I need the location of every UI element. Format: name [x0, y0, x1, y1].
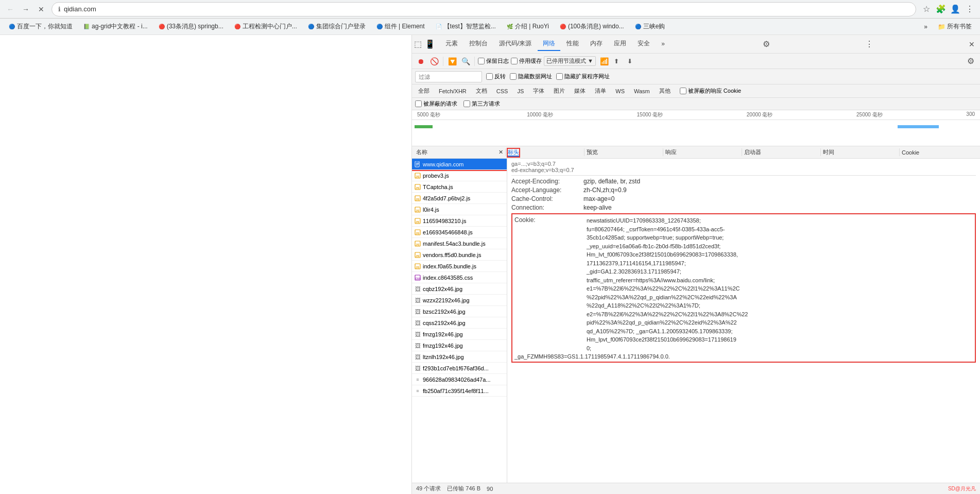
col-header-time[interactable]: 时间	[821, 148, 900, 156]
type-media[interactable]: 媒体	[570, 86, 590, 96]
tab-console[interactable]: 控制台	[464, 37, 493, 51]
preserve-log-checkbox[interactable]: 保留日志	[478, 57, 509, 65]
download-button[interactable]: ⬇	[624, 56, 635, 67]
filter-button[interactable]: 🔽	[446, 56, 458, 67]
network-row-f293[interactable]: 🖼 f293b1cd7eb1f676af36d...	[412, 363, 507, 374]
type-css[interactable]: CSS	[492, 87, 512, 95]
address-bar[interactable]: ℹ qidian.com	[51, 2, 916, 16]
blocked-request-checkbox[interactable]: 被屏蔽的请求	[415, 100, 457, 108]
reload-button[interactable]: ✕	[35, 3, 47, 15]
network-row-cqss[interactable]: 🖼 cqss2192x46.jpg	[412, 317, 507, 329]
forward-button[interactable]: →	[20, 3, 32, 15]
type-font[interactable]: 字体	[529, 86, 548, 96]
network-settings-icon[interactable]: ⚙	[965, 55, 977, 67]
bookmark-item-element[interactable]: 🔵 组件 | Element	[372, 21, 429, 32]
invert-checkbox[interactable]: 反转	[486, 73, 506, 80]
bookmark-icon-spring: 🔴	[158, 23, 165, 30]
network-row-vendors[interactable]: JS vendors.ff5d0.bundle.js	[412, 249, 507, 261]
third-party-checkbox[interactable]: 第三方请求	[463, 100, 500, 108]
tab-elements[interactable]: 元素	[440, 37, 463, 51]
network-row-manifest[interactable]: JS manifest.54ac3.bundle.js	[412, 238, 507, 249]
blocked-cookie-checkbox[interactable]: 被屏蔽的响应 Cookie	[680, 87, 741, 95]
network-row-tcaptcha[interactable]: JS TCaptcha.js	[412, 181, 507, 193]
col-header-cookie[interactable]: Cookie	[900, 149, 978, 156]
svg-rect-1	[416, 163, 419, 163]
tab-network[interactable]: 网络	[538, 37, 560, 51]
network-row-fmzg2[interactable]: 🖼 fmzg192x46.jpg	[412, 340, 507, 351]
devtools-close-icon[interactable]: ✕	[966, 38, 978, 50]
throttle-select[interactable]: 已停用节流模式 ▼	[544, 56, 596, 66]
network-row-l0ir4[interactable]: JS l0ir4.js	[412, 204, 507, 215]
network-row-116594[interactable]: JS 116594983210.js	[412, 215, 507, 227]
type-js[interactable]: JS	[513, 87, 528, 95]
bookmark-item-spring[interactable]: 🔴 (33条消息) springb...	[154, 21, 228, 32]
bookmark-item-engineering[interactable]: 🔴 工程检测中心门户...	[230, 21, 301, 32]
bookmark-button[interactable]: ☆	[920, 3, 933, 15]
network-row-wzzx[interactable]: 🖼 wzzx22192x46.jpg	[412, 295, 507, 306]
profile-button[interactable]: 👤	[949, 3, 961, 15]
bookmark-icon-ruoyi: 🌿	[506, 23, 513, 30]
network-row-bzsc[interactable]: 🖼 bzsc2192x46.jpg	[412, 306, 507, 317]
bookmark-item-aggrid[interactable]: 📗 ag-grid中文教程 - i...	[79, 21, 152, 32]
network-row-qidian[interactable]: www.qidian.com	[412, 159, 507, 170]
devtools-more-icon[interactable]: ⋮	[863, 38, 875, 50]
bookmark-item-windows[interactable]: 🔴 (100条消息) windo...	[555, 21, 628, 32]
type-doc[interactable]: 文档	[472, 86, 491, 96]
hide-data-checkbox[interactable]: 隐藏数据网址	[510, 73, 552, 80]
network-row-cqbz[interactable]: 🖼 cqbz192x46.jpg	[412, 283, 507, 295]
bookmark-item-ruoyi[interactable]: 🌿 介绍 | RuoYi	[502, 21, 553, 32]
tab-memory[interactable]: 内存	[585, 37, 608, 51]
network-row-e1669[interactable]: JS e1669345466848.js	[412, 227, 507, 238]
tab-sources[interactable]: 源代码/来源	[494, 37, 537, 51]
name-col-close[interactable]: ✕	[498, 149, 503, 156]
bookmark-item-baidu[interactable]: 🔵 百度一下，你就知道	[4, 21, 77, 32]
doc-icon	[414, 161, 421, 168]
network-row-index-js[interactable]: JS index.f0a65.bundle.js	[412, 261, 507, 272]
upload-button[interactable]: ⬆	[611, 56, 622, 67]
col-header-initiator[interactable]: 启动器	[742, 148, 821, 156]
bookmark-item-test[interactable]: 📄 【test】智慧监检...	[431, 21, 500, 32]
wifi-icon[interactable]: 📶	[600, 57, 609, 65]
disable-cache-checkbox[interactable]: 停用缓存	[511, 57, 542, 65]
type-other[interactable]: 其他	[655, 86, 675, 96]
all-bookmarks-button[interactable]: 📁 所有书签	[934, 21, 976, 32]
tab-performance[interactable]: 性能	[561, 37, 584, 51]
col-header-headers[interactable]: 标头	[506, 148, 584, 156]
network-row-ltznlh[interactable]: 🖼 ltznlh192x46.jpg	[412, 351, 507, 363]
devtools-icon-inspect[interactable]: ⬚	[414, 39, 422, 49]
devtools-icon-device[interactable]: 📱	[425, 39, 435, 49]
filter-input[interactable]	[415, 71, 482, 82]
col-header-response[interactable]: 响应	[663, 148, 742, 156]
col-header-preview[interactable]: 预览	[584, 148, 663, 156]
bookmark-more-button[interactable]: »	[920, 22, 932, 31]
timeline-area[interactable]: 5000 毫秒 10000 毫秒 15000 毫秒 20000 毫秒 25000…	[412, 110, 980, 146]
type-ws[interactable]: WS	[611, 87, 629, 95]
type-fetch[interactable]: Fetch/XHR	[435, 87, 471, 95]
hide-extension-checkbox[interactable]: 隐藏扩展程序网址	[556, 73, 610, 80]
type-img[interactable]: 图片	[549, 86, 569, 96]
type-manifest[interactable]: 清单	[591, 86, 610, 96]
network-row-fmzg[interactable]: 🖼 fmzg192x46.jpg	[412, 329, 507, 340]
headers-tab-selected[interactable]: 标头	[508, 149, 519, 157]
network-row-966628[interactable]: ≡ 966628a09834026ad47a...	[412, 374, 507, 385]
bookmark-item-portal[interactable]: 🔵 集团综合门户登录	[303, 21, 370, 32]
bookmark-label-test: 【test】智慧监检...	[444, 22, 496, 31]
network-row-4f2a[interactable]: JS 4f2a5dd7.p6bvj2.js	[412, 193, 507, 204]
network-row-probev3[interactable]: JS probev3.js	[412, 170, 507, 181]
bookmark-item-sanxia[interactable]: 🔵 三峡e购	[630, 21, 669, 32]
search-button[interactable]: 🔍	[460, 56, 471, 67]
tab-more[interactable]: »	[656, 38, 670, 50]
tab-application[interactable]: 应用	[609, 37, 631, 51]
devtools-settings-icon[interactable]: ⚙	[760, 38, 772, 50]
type-all[interactable]: 全部	[414, 86, 434, 96]
menu-button[interactable]: ⋮	[964, 3, 976, 15]
clear-button[interactable]: 🚫	[428, 56, 440, 67]
back-button[interactable]: ←	[4, 3, 16, 15]
col-header-name[interactable]: 名称 ✕	[414, 148, 506, 156]
tab-security[interactable]: 安全	[632, 37, 655, 51]
network-row-css[interactable]: CSS index.c8643585.css	[412, 272, 507, 283]
type-wasm[interactable]: Wasm	[630, 87, 654, 95]
network-row-fb250[interactable]: ≡ fb250af71c395f14ef8f11...	[412, 385, 507, 397]
record-button[interactable]: ⏺	[415, 56, 426, 67]
extensions-button[interactable]: 🧩	[935, 3, 947, 15]
